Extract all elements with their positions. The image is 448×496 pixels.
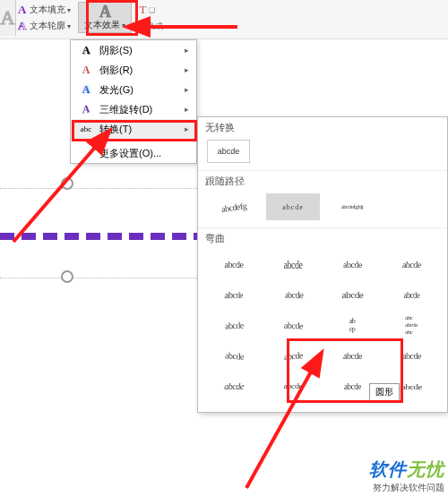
warp-option[interactable]: abcde: [266, 372, 320, 399]
menu-label: 发光(G): [99, 83, 134, 97]
timeline-marker: [61, 270, 73, 283]
transform-icon: abc: [78, 124, 94, 133]
path-option-arch[interactable]: abcdefg: [207, 193, 261, 220]
menu-item-3d-rotation[interactable]: A 三维旋转(D) ▸: [71, 99, 196, 119]
submenu-arrow-icon: ▸: [185, 65, 189, 74]
warp-option-circle2[interactable]: abcabcdeabc: [384, 312, 438, 338]
ribbon-toolbar: A 文本填充 ▾ A 文本轮廓 ▾ A 文本效果▾ T❏ 转换成…: [0, 0, 448, 39]
reflection-icon: A: [78, 64, 94, 77]
text-fill-icon: A: [18, 3, 26, 17]
text-effects-menu: A 阴影(S) ▸ A 倒影(R) ▸ A 发光(G) ▸ A 三维旋转(D) …: [70, 39, 197, 164]
convert-button[interactable]: T❏: [139, 2, 171, 18]
warp-option[interactable]: abcde: [207, 312, 261, 338]
transform-submenu: 无转换 abcde 跟随路径 abcdefg abcde abcdefghij …: [197, 116, 448, 413]
convert-icon: T: [139, 3, 146, 17]
menu-item-shadow[interactable]: A 阴影(S) ▸: [71, 40, 196, 60]
menu-label: 三维旋转(D): [99, 103, 152, 116]
watermark-slogan: 努力解决软件问题: [369, 482, 444, 494]
submenu-arrow-icon: ▸: [185, 124, 189, 133]
glow-icon: A: [78, 83, 94, 97]
text-effects-button[interactable]: A 文本效果▾: [78, 2, 132, 33]
warp-option[interactable]: abcde: [384, 342, 438, 369]
no-transform-option[interactable]: abcde: [207, 140, 250, 163]
text-fill-outline-group: A 文本填充 ▾ A 文本轮廓 ▾: [18, 2, 71, 34]
menu-item-glow[interactable]: A 发光(G) ▸: [71, 80, 196, 99]
text-effects-icon: A: [84, 4, 125, 19]
dashed-purple-line: [0, 233, 197, 240]
section-follow-path: 跟随路径: [198, 170, 447, 190]
menu-label: 阴影(S): [99, 44, 133, 57]
toolbar-fragment: A: [0, 0, 16, 36]
warp-option[interactable]: abcde: [384, 251, 438, 278]
text-effects-label: 文本效果: [84, 20, 120, 30]
watermark-brand: 软件无忧: [369, 458, 444, 482]
warp-option[interactable]: abcde: [207, 372, 261, 399]
section-no-transform: 无转换: [198, 117, 447, 136]
warp-option[interactable]: abcde: [266, 312, 320, 338]
text-outline-button[interactable]: A 文本轮廓 ▾: [18, 18, 71, 34]
rotation3d-icon: A: [78, 101, 94, 117]
text-fill-button[interactable]: A 文本填充 ▾: [18, 2, 71, 18]
text-outline-icon: A: [18, 19, 26, 33]
caret-icon: ▾: [67, 6, 71, 14]
follow-path-grid: abcdefg abcde abcdefghij: [198, 190, 447, 227]
watermark: 软件无忧 努力解决软件问题: [369, 458, 444, 494]
warp-option[interactable]: abcde: [207, 281, 261, 308]
menu-label: 更多设置(O)...: [99, 147, 161, 160]
convert-label: 转换成…: [139, 21, 171, 32]
submenu-arrow-icon: ▸: [185, 105, 189, 114]
text-fill-label: 文本填充: [30, 4, 65, 16]
menu-label: 倒影(R): [99, 64, 133, 77]
submenu-arrow-icon: ▸: [185, 85, 189, 94]
submenu-arrow-icon: ▸: [185, 46, 189, 55]
caret-icon: ▾: [122, 21, 125, 30]
menu-item-transform[interactable]: abc 转换(T) ▸: [71, 119, 196, 139]
warp-grid: abcde abcde abcde abcde abcde abcde abcd…: [198, 247, 447, 406]
menu-label: 转换(T): [99, 123, 132, 136]
warp-option[interactable]: abcde: [266, 342, 320, 369]
text-outline-label: 文本轮廓: [30, 20, 65, 32]
warp-option[interactable]: abcde: [207, 251, 261, 278]
menu-item-more[interactable]: 更多设置(O)...: [71, 143, 196, 163]
shadow-icon: A: [78, 44, 94, 57]
warp-option[interactable]: abcde: [207, 342, 261, 369]
warp-option[interactable]: abcde: [384, 281, 438, 308]
warp-option[interactable]: abcde: [325, 281, 379, 308]
warp-option[interactable]: abcde: [266, 281, 320, 308]
warp-option[interactable]: abcde: [266, 251, 320, 278]
section-warp: 弯曲: [198, 227, 447, 247]
convert-group: T❏ 转换成…: [139, 2, 171, 34]
warp-option[interactable]: abcde: [325, 251, 379, 278]
menu-item-reflection[interactable]: A 倒影(R) ▸: [71, 60, 196, 80]
warp-option-circle1[interactable]: abcp: [325, 312, 379, 338]
timeline-marker: [61, 177, 73, 190]
path-option-wheel[interactable]: abcdefghij: [325, 193, 379, 220]
path-option-circle[interactable]: abcde: [266, 193, 320, 220]
warp-tooltip: 圆形: [369, 383, 400, 401]
caret-icon: ▾: [67, 22, 71, 30]
warp-option[interactable]: abcde: [325, 342, 379, 369]
no-transform-row: abcde: [207, 140, 438, 163]
menu-separator: [71, 141, 196, 141]
